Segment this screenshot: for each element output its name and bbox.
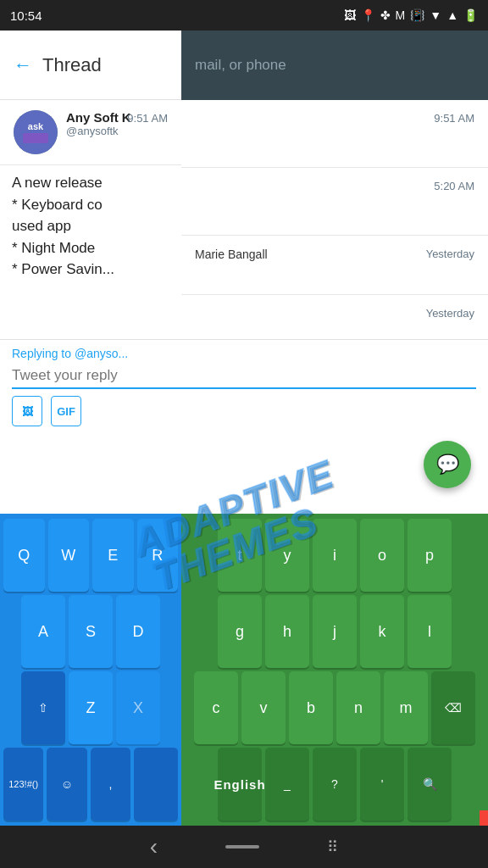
keyboard-green: t y i o p g h j k l c v b n m ⌫ English … — [181, 514, 488, 826]
status-time: 10:54 — [10, 8, 42, 23]
key-s[interactable]: S — [69, 595, 113, 668]
key-shift[interactable]: ⇧ — [21, 671, 65, 744]
keyboard-row-3: ⇧ Z X — [3, 671, 178, 744]
cast-icon: ✤ — [380, 8, 391, 22]
page-title: Thread — [42, 54, 102, 76]
key-emoji[interactable]: ☺ — [47, 748, 86, 821]
reply-toolbar: 🖼 GIF — [12, 396, 476, 426]
avatar-text: ask — [28, 121, 43, 131]
key-n[interactable]: n — [336, 671, 380, 744]
item-time: 5:20 AM — [434, 180, 474, 192]
signal-icon: ▲ — [446, 8, 458, 22]
image-icon: 🖼 — [344, 8, 356, 22]
tweet-handle: @anysoftk — [66, 125, 168, 137]
item-time: Yesterday — [426, 248, 474, 260]
key-numbers[interactable]: 123!#() — [3, 748, 43, 821]
keyboard-green-row-3: c v b n m ⌫ — [185, 671, 485, 744]
red-corner-indicator — [480, 810, 488, 826]
key-m[interactable]: m — [384, 671, 428, 744]
key-i[interactable]: i — [313, 519, 357, 592]
gif-button[interactable]: GIF — [51, 396, 81, 426]
keyboard-green-row-4: English _ ? ' 🔍 — [185, 748, 485, 821]
keyboard-row-2: A S D — [3, 595, 178, 668]
wifi-icon: ▼ — [430, 8, 441, 22]
back-button[interactable]: ← — [14, 54, 32, 76]
key-o[interactable]: o — [360, 519, 404, 592]
keyboard-green-row-2: g h j k l — [185, 595, 485, 668]
vibrate-icon: 📳 — [410, 8, 424, 22]
key-a[interactable]: A — [21, 595, 65, 668]
key-z[interactable]: Z — [69, 671, 113, 744]
key-space-blue[interactable] — [134, 748, 178, 821]
key-g[interactable]: g — [218, 595, 262, 668]
key-backspace[interactable]: ⌫ — [431, 671, 475, 744]
nav-bar: ‹ ⠿ — [0, 826, 488, 868]
keyboard-row-1: Q W E R — [3, 519, 178, 592]
key-search[interactable]: 🔍 — [408, 748, 452, 821]
keyboard-row-4: 123!#() ☺ , — [3, 748, 178, 821]
compose-icon: 💬 — [436, 453, 459, 476]
key-l[interactable]: l — [408, 595, 452, 668]
status-icons: 🖼 📍 ✤ M 📳 ▼ ▲ 🔋 — [344, 8, 478, 22]
gif-label: GIF — [57, 405, 75, 418]
key-x[interactable]: X — [116, 671, 160, 744]
reply-area: Replying to @anyso... 🖼 GIF — [0, 339, 488, 433]
list-item: 5:20 AM — [181, 168, 488, 236]
key-comma[interactable]: , — [91, 748, 130, 821]
gmail-icon: M — [396, 8, 406, 22]
key-b[interactable]: b — [289, 671, 333, 744]
key-r[interactable]: R — [137, 519, 179, 592]
battery-icon: 🔋 — [463, 8, 478, 22]
list-item: Marie Bangall Yesterday — [181, 236, 488, 295]
item-time: 9:51 AM — [434, 112, 474, 125]
key-c[interactable]: c — [194, 671, 238, 744]
key-t[interactable]: t — [218, 519, 262, 592]
key-question[interactable]: ? — [313, 748, 357, 821]
reply-handle: @anyso... — [75, 347, 128, 360]
key-apostrophe[interactable]: ' — [360, 748, 404, 821]
key-h[interactable]: h — [265, 595, 309, 668]
nav-grid-button[interactable]: ⠿ — [327, 837, 338, 856]
item-time: Yesterday — [426, 307, 474, 320]
keyboard-blue: Q W E R A S D ⇧ Z X 123!#() ☺ , — [0, 514, 181, 826]
status-bar: 10:54 🖼 📍 ✤ M 📳 ▼ ▲ 🔋 — [0, 0, 488, 31]
image-icon: 🖼 — [22, 405, 33, 418]
compose-fab[interactable]: 💬 — [424, 441, 471, 488]
tweet-reply-input[interactable] — [12, 364, 476, 389]
tweet-text: A new release * Keyboard co used app * N… — [0, 165, 181, 287]
replying-to-label: Replying to @anyso... — [12, 347, 476, 360]
keyboard-green-row-1: t y i o p — [185, 519, 485, 592]
location-icon: 📍 — [361, 8, 375, 22]
key-language[interactable]: English — [218, 748, 262, 821]
list-item: 9:51 AM — [181, 100, 488, 168]
image-button[interactable]: 🖼 — [12, 396, 42, 426]
app-bar: ← Thread — [0, 31, 181, 100]
tweet-avatar: ask — [14, 110, 58, 154]
main-tweet: ask Any Soft K @anysoftk 9:51 AM — [0, 100, 181, 165]
key-k[interactable]: k — [360, 595, 404, 668]
tweet-time: 9:51 AM — [127, 112, 168, 125]
key-underscore[interactable]: _ — [265, 748, 309, 821]
item-label: Marie Bangall — [195, 248, 268, 261]
nav-back-button[interactable]: ‹ — [150, 833, 158, 860]
key-y[interactable]: y — [265, 519, 309, 592]
key-w[interactable]: W — [48, 519, 90, 592]
keyboards-container: Q W E R A S D ⇧ Z X 123!#() ☺ , t y — [0, 514, 488, 826]
key-q[interactable]: Q — [3, 519, 45, 592]
key-p[interactable]: p — [408, 519, 452, 592]
overlay-search[interactable]: mail, or phone — [181, 31, 488, 100]
key-v[interactable]: v — [241, 671, 286, 744]
search-placeholder: mail, or phone — [195, 57, 286, 74]
key-e[interactable]: E — [92, 519, 134, 592]
nav-home-indicator[interactable] — [225, 845, 259, 849]
key-j[interactable]: j — [313, 595, 357, 668]
key-d[interactable]: D — [116, 595, 160, 668]
